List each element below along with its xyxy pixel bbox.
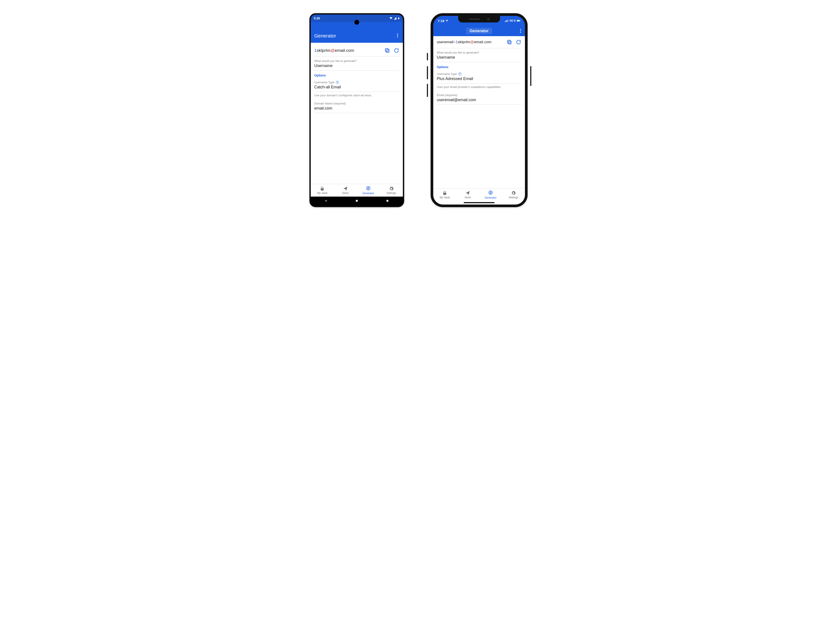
tab-my-vault[interactable]: My Vault: [311, 184, 334, 197]
domain-name-label: Domain Name (required): [314, 102, 399, 105]
copy-icon: [384, 48, 390, 53]
tab-my-vault[interactable]: My Vault: [433, 189, 456, 201]
generate-type-value: Username: [437, 55, 522, 60]
tab-label: Generator: [485, 196, 497, 199]
email-label: Email (required): [437, 94, 522, 97]
tab-settings[interactable]: Settings: [502, 189, 525, 201]
generated-body: sktprlm: [458, 40, 470, 44]
overflow-menu-button[interactable]: [396, 32, 399, 39]
back-button[interactable]: [324, 199, 328, 204]
svg-rect-9: [507, 20, 507, 22]
volume-down: [427, 84, 428, 97]
tab-label: Send: [464, 196, 471, 199]
android-frame: 5:20 Generator 1sktprlm@email.com: [309, 13, 404, 207]
options-header: Options: [314, 71, 400, 78]
copy-button[interactable]: [384, 48, 390, 53]
svg-rect-0: [398, 18, 399, 20]
home-indicator[interactable]: [464, 202, 494, 203]
network-label: 5G E: [510, 19, 516, 22]
username-type-field[interactable]: Username Type ? Catch-all Email: [314, 78, 400, 92]
generated-value-row: useremail+1sktprlm@email.com: [437, 36, 522, 48]
username-type-label: Username Type ?: [437, 72, 522, 76]
screen-body: useremail+1sktprlm@email.com What would …: [433, 36, 525, 188]
domain-name-value: email.com: [314, 106, 399, 111]
svg-rect-14: [509, 41, 511, 44]
svg-rect-10: [508, 20, 509, 22]
gear-icon: [389, 186, 394, 191]
iphone-device: 7:18 5G E Generator useremail+1sktprlm@e…: [431, 13, 528, 207]
username-type-field[interactable]: Username Type ? Plus Adressed Email: [437, 70, 522, 84]
generated-domain: email.com: [335, 48, 354, 53]
tab-generator[interactable]: Generator: [479, 189, 502, 201]
tab-generator[interactable]: Generator: [357, 184, 380, 197]
tab-send[interactable]: Send: [456, 189, 479, 201]
screen-body: 1sktprlm@email.com What would you like t…: [311, 43, 403, 185]
bottom-tabbar: My Vault Send Generator Settings: [311, 184, 403, 197]
generated-plus: +: [453, 40, 456, 44]
regenerate-button[interactable]: [394, 48, 399, 53]
generated-prefix: useremail: [437, 40, 453, 44]
signal-icon: [394, 17, 397, 20]
generated-value-row: 1sktprlm@email.com: [314, 43, 400, 57]
svg-rect-2: [386, 49, 389, 53]
wifi-icon: [389, 16, 393, 20]
username-type-label: Username Type ?: [314, 80, 399, 84]
username-type-label-text: Username Type: [314, 80, 335, 84]
tab-label: Settings: [387, 192, 396, 195]
status-icons: [389, 16, 400, 20]
page-title: Generator: [314, 33, 336, 39]
tab-label: My Vault: [317, 192, 327, 195]
username-type-value: Catch-all Email: [314, 85, 399, 89]
help-icon[interactable]: ?: [336, 81, 339, 84]
overflow-menu-button[interactable]: [519, 28, 522, 34]
tab-label: Settings: [509, 196, 518, 199]
svg-rect-13: [520, 20, 520, 21]
generated-domain: email.com: [474, 40, 491, 44]
iphone-frame: 7:18 5G E Generator useremail+1sktprlm@e…: [431, 13, 528, 207]
generate-type-field[interactable]: What would you like to generate? Usernam…: [314, 57, 400, 71]
email-value: useremail@email.com: [437, 98, 522, 102]
generated-value: 1sktprlm@email.com: [314, 48, 354, 53]
android-device: 5:20 Generator 1sktprlm@email.com: [309, 13, 404, 207]
appbar: Generator: [433, 26, 525, 36]
username-type-helper: Use your domain's configured catch-all i…: [314, 92, 400, 97]
generator-icon: [488, 190, 493, 195]
tab-label: Generator: [362, 192, 374, 195]
generate-type-value: Username: [314, 64, 399, 68]
help-icon[interactable]: ?: [458, 72, 461, 76]
email-field[interactable]: Email (required) useremail@email.com: [437, 91, 522, 105]
generated-at: @: [330, 48, 335, 53]
gear-icon: [511, 191, 516, 196]
paper-plane-icon: [465, 191, 470, 196]
copy-button[interactable]: [506, 39, 512, 45]
generate-type-field[interactable]: What would you like to generate? Usernam…: [437, 48, 522, 62]
tab-settings[interactable]: Settings: [380, 184, 403, 197]
side-button: [530, 66, 531, 86]
camera-punch-hole: [354, 20, 359, 25]
tab-label: My Vault: [440, 196, 450, 199]
signal-icon: [505, 20, 509, 22]
clock: 5:20: [314, 16, 320, 20]
svg-rect-7: [505, 21, 505, 22]
home-button[interactable]: [355, 199, 359, 204]
recents-button[interactable]: [386, 199, 389, 204]
regenerate-button[interactable]: [516, 39, 522, 45]
svg-rect-8: [506, 20, 506, 22]
tab-send[interactable]: Send: [334, 184, 357, 197]
generated-digit: 1: [314, 48, 317, 53]
svg-rect-12: [517, 20, 520, 21]
battery-icon: [397, 16, 400, 20]
svg-point-4: [366, 186, 370, 190]
svg-point-5: [356, 200, 358, 202]
tab-label: Send: [342, 192, 348, 195]
domain-name-field[interactable]: Domain Name (required) email.com: [314, 99, 400, 113]
generator-icon: [366, 186, 371, 191]
svg-rect-15: [507, 40, 510, 43]
refresh-icon: [394, 48, 399, 53]
appbar: Generator: [311, 22, 403, 43]
volume-up: [427, 66, 428, 79]
status-right: 5G E: [505, 19, 520, 22]
status-left: 7:18: [438, 19, 448, 23]
generated-at: @: [470, 40, 474, 44]
generate-type-label: What would you like to generate?: [314, 59, 399, 62]
